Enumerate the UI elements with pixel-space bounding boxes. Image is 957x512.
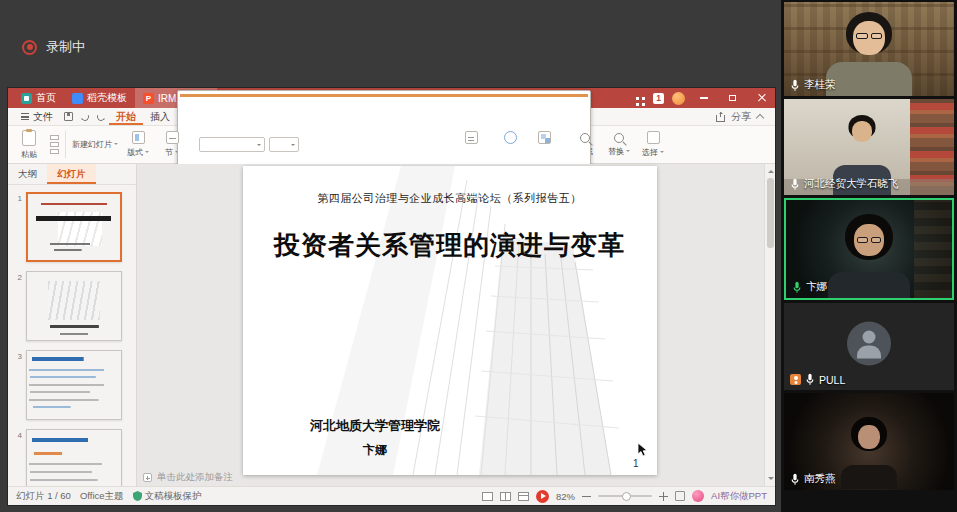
scroll-up-icon[interactable] <box>768 167 774 173</box>
recording-label: 录制中 <box>46 38 85 56</box>
select-icon <box>647 131 660 144</box>
wps-ribbon: 粘贴 新建幻灯片 版式 节 B I U S <box>8 126 775 164</box>
participant-tile-3-speaking[interactable]: 卞娜 <box>784 198 954 300</box>
home-label: 首页 <box>36 91 56 105</box>
reading-view-icon[interactable] <box>518 492 529 501</box>
tab-outline[interactable]: 大纲 <box>8 164 47 184</box>
collapse-ribbon-icon[interactable] <box>756 114 764 122</box>
menu-item-insert[interactable]: 插入 <box>143 108 177 125</box>
glasses <box>857 237 881 243</box>
close-button[interactable] <box>751 88 772 108</box>
scroll-down-icon[interactable] <box>768 477 774 483</box>
participant-name: PULL <box>819 374 845 386</box>
zoom-in-icon[interactable] <box>659 492 668 501</box>
search-icon <box>580 133 590 143</box>
participant-tile-1[interactable]: 李桂荣 <box>784 2 954 96</box>
participant-name: 南秀燕 <box>804 472 836 486</box>
recording-indicator: 录制中 <box>22 38 85 56</box>
thumbnail-item: 3 <box>13 350 131 420</box>
apps-grid-icon[interactable] <box>636 97 639 100</box>
slideshow-play-button[interactable] <box>536 490 549 503</box>
participant-name-row: PULL <box>790 373 845 386</box>
replace-button[interactable]: 替换 <box>605 133 633 157</box>
participant-tile-4[interactable]: PULL <box>784 303 954 390</box>
doc-tab-label: 稻壳模板 <box>87 91 127 105</box>
doc-tab-docer[interactable]: 稻壳模板 <box>64 88 135 108</box>
zoom-slider[interactable] <box>598 495 652 497</box>
slide-thumbnail-1[interactable] <box>26 192 122 262</box>
layout-icon <box>132 131 145 144</box>
current-slide[interactable]: 第四届公司治理与企业成长高端论坛（系列报告五） 投资者关系管理的演进与变革 河北… <box>243 166 657 475</box>
thumbnail-item: 2 <box>13 271 131 341</box>
wps-statusbar: 幻灯片 1 / 60 Office主题 文稿模板保护 82% AI帮你做PPT <box>8 486 775 505</box>
tab-slides[interactable]: 幻灯片 <box>47 164 96 184</box>
ai-assistant-icon[interactable] <box>692 490 704 502</box>
recording-icon <box>22 40 37 55</box>
replace-icon <box>614 133 624 143</box>
menubar-right: 分享 <box>716 110 769 124</box>
shapes-icon <box>504 131 517 144</box>
slide-canvas[interactable]: 第四届公司治理与企业成长高端论坛（系列报告五） 投资者关系管理的演进与变革 河北… <box>137 164 775 486</box>
participant-name: 卞娜 <box>806 280 827 294</box>
mouse-cursor <box>637 442 649 458</box>
redo-icon[interactable] <box>96 111 106 121</box>
theme-label[interactable]: Office主题 <box>80 490 124 503</box>
layout-button[interactable]: 版式 <box>124 131 152 158</box>
participant-tile-5[interactable]: 南秀燕 <box>784 393 954 490</box>
zoom-level: 82% <box>556 491 575 502</box>
slide-sorter-view-icon[interactable] <box>500 492 511 501</box>
user-avatar[interactable] <box>672 92 685 105</box>
save-icon[interactable] <box>64 112 73 121</box>
clipboard-tools[interactable] <box>50 135 59 154</box>
chevron-down-icon <box>660 151 664 155</box>
notes-placeholder[interactable]: 单击此处添加备注 <box>143 471 233 484</box>
participant-name-row: 卞娜 <box>792 280 827 294</box>
ribbon-divider <box>65 131 66 158</box>
vertical-scrollbar[interactable] <box>764 164 775 486</box>
menu-item-home[interactable]: 开始 <box>109 108 143 125</box>
mic-active-icon <box>792 281 802 294</box>
share-icon <box>716 115 725 122</box>
minimize-button[interactable] <box>693 88 714 108</box>
zoom-slider-knob[interactable] <box>622 492 631 501</box>
participant-silhouette <box>825 214 913 300</box>
participant-silhouette <box>833 417 905 489</box>
arrange-icon <box>538 131 551 144</box>
undo-icon[interactable] <box>80 111 90 121</box>
slide-thumbnail-4[interactable] <box>26 429 122 486</box>
normal-view-icon[interactable] <box>482 492 493 501</box>
add-note-icon <box>143 473 152 482</box>
slide-subtitle: 第四届公司治理与企业成长高端论坛（系列报告五） <box>243 191 657 206</box>
panel-tabs: 大纲 幻灯片 <box>8 164 136 185</box>
new-slide-button[interactable]: 新建幻灯片 <box>72 139 118 150</box>
font-size-select[interactable] <box>269 137 299 152</box>
font-family-select[interactable] <box>199 137 265 152</box>
slide-thumbnail-3[interactable] <box>26 350 122 420</box>
participant-name-row: 李桂荣 <box>790 78 836 92</box>
notification-badge[interactable]: 1 <box>653 93 664 104</box>
zoom-out-icon[interactable] <box>582 492 591 501</box>
shield-icon <box>133 491 142 501</box>
section-icon <box>166 131 179 144</box>
text-tool-icon <box>465 131 478 144</box>
mic-icon <box>805 373 815 386</box>
protection-label: 文稿模板保护 <box>145 490 202 503</box>
slide-number: 1 <box>13 192 22 262</box>
slide-counter: 幻灯片 1 / 60 <box>16 490 71 503</box>
file-menu[interactable]: 文件 <box>14 110 60 124</box>
meeting-window: 录制中 首页 稻壳模板 P IRM.ppt 1 <box>0 0 957 512</box>
slide-thumbnail-2[interactable] <box>26 271 122 341</box>
maximize-button[interactable] <box>722 88 743 108</box>
slide-number: 3 <box>13 350 22 420</box>
paste-button[interactable]: 粘贴 <box>15 130 43 160</box>
scrollbar-thumb[interactable] <box>767 178 774 248</box>
ai-assistant-label[interactable]: AI帮你做PPT <box>711 490 767 503</box>
slide-organization: 河北地质大学管理学院 <box>243 417 508 435</box>
mic-icon <box>790 473 800 486</box>
fullscreen-icon[interactable] <box>675 491 685 501</box>
select-button[interactable]: 选择 <box>639 131 667 158</box>
participant-tile-2[interactable]: 河北经贸大学石晓飞 <box>784 99 954 195</box>
share-label[interactable]: 分享 <box>731 110 751 124</box>
participant-silhouette <box>823 12 915 96</box>
wps-home-tab[interactable]: 首页 <box>13 88 64 108</box>
